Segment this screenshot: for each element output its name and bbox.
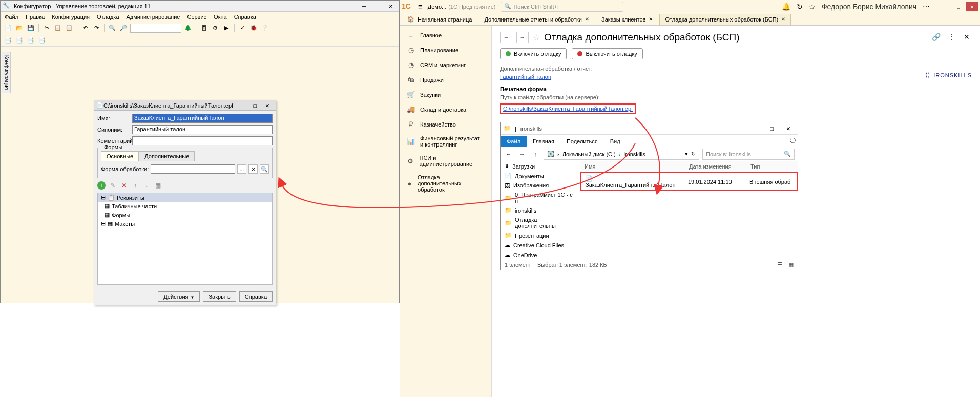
help-button[interactable]: Справка — [239, 291, 273, 302]
history-icon[interactable]: ↻ — [797, 3, 803, 11]
menu-icon[interactable]: ⋯ — [923, 3, 930, 11]
debug-icon[interactable]: 🐞 — [249, 24, 258, 33]
tree-row-forms[interactable]: ▦Формы — [98, 211, 272, 219]
exp-help-icon[interactable]: ⓘ — [788, 135, 798, 147]
tab-orders[interactable]: Заказы клиентов✕ — [596, 14, 658, 25]
menu-edit[interactable]: Правка — [26, 14, 45, 20]
explorer-search[interactable]: Поиск в: ironskills 🔍 — [702, 149, 795, 160]
col-date[interactable]: Дата изменения — [685, 161, 746, 172]
copy-icon[interactable]: 📋 — [53, 24, 62, 33]
menu-admin[interactable]: Администрирование — [127, 14, 180, 20]
tab-home[interactable]: 🏠Начальная страница — [402, 13, 477, 25]
sidebar-item-main[interactable]: ≡Главное — [400, 28, 491, 43]
exp-tab-share[interactable]: Поделиться — [560, 136, 604, 147]
exp-tree-cc[interactable]: ☁Creative Cloud Files — [501, 240, 580, 250]
handler-link[interactable]: Гарантийный талон — [500, 74, 551, 80]
sidebar-item-nsi[interactable]: ⚙НСИ и администрирование — [400, 151, 491, 171]
exp-min-button[interactable]: — — [749, 124, 762, 133]
exp-back-icon[interactable]: ← — [504, 149, 514, 159]
maximize-button[interactable]: ☐ — [371, 2, 384, 11]
comment-input[interactable] — [132, 136, 273, 145]
enable-debug-button[interactable]: Включить отладку — [500, 48, 567, 59]
redo-icon[interactable]: ↷ — [92, 24, 101, 33]
exp-tree-docs[interactable]: 📄Документы — [501, 171, 580, 181]
burger-icon[interactable]: ≡ — [418, 2, 423, 11]
open-icon[interactable]: 📂 — [15, 24, 24, 33]
new-icon[interactable]: 📄 — [4, 24, 13, 33]
close-button[interactable]: ✕ — [385, 2, 397, 11]
global-search[interactable]: 🔍 Поиск Ctrl+Shift+F — [501, 2, 623, 12]
tab-debug[interactable]: Отладка дополнительных обработок (БСП)✕ — [659, 14, 791, 25]
app-max-button[interactable]: ☐ — [952, 2, 965, 11]
sidebar-item-warehouse[interactable]: 🚚Склад и доставка — [400, 102, 491, 117]
app-close-button[interactable]: ✕ — [966, 2, 978, 11]
sidebar-item-debug[interactable]: ●Отладка дополнительных обработок — [400, 171, 491, 196]
delete-icon[interactable]: ✕ — [120, 181, 128, 190]
sidebar-item-treasury[interactable]: ₽Казначейство — [400, 117, 491, 132]
find-icon[interactable]: 🔍 — [108, 24, 117, 33]
exp-tree-present[interactable]: 📁Презентации — [501, 231, 580, 240]
db-icon[interactable]: 🗄 — [199, 24, 208, 33]
user-name[interactable]: Федоров Борис Михайлович — [822, 3, 916, 11]
menu-service[interactable]: Сервис — [187, 14, 206, 20]
tab-close-icon[interactable]: ✕ — [649, 16, 653, 22]
tab-close-icon[interactable]: ✕ — [585, 16, 589, 22]
tab-close-icon[interactable]: ✕ — [781, 16, 785, 22]
exp-up-icon[interactable]: ↑ — [530, 149, 540, 159]
app-min-button[interactable]: _ — [939, 2, 951, 11]
tree-row-templates[interactable]: ⊞▦Макеты — [98, 219, 272, 228]
dlg-close-button[interactable]: ✕ — [261, 101, 274, 110]
exp-tree-debug[interactable]: 📁Отладка дополнительны — [501, 215, 580, 231]
menu-windows[interactable]: Окна — [214, 14, 227, 20]
form-clear-button[interactable]: ✕ — [248, 164, 258, 174]
edit-icon[interactable]: ✎ — [109, 181, 117, 190]
synonym-input[interactable]: Гарантийный талон — [132, 125, 273, 134]
dlg-max-button[interactable]: ☐ — [249, 101, 261, 110]
down-icon[interactable]: ↓ — [142, 181, 151, 190]
tab-main[interactable]: Основные — [101, 151, 139, 161]
cfg-icon[interactable]: ⚙ — [211, 24, 220, 33]
close-button2[interactable]: Закрыть — [203, 291, 236, 302]
nav-fwd-button[interactable]: → — [516, 32, 529, 43]
add-icon[interactable]: + — [97, 181, 106, 190]
tb2d-icon[interactable]: 📑 — [37, 36, 47, 45]
exp-tree-ironskills[interactable]: 📁ironskills — [501, 205, 580, 215]
up-icon[interactable]: ↑ — [131, 181, 139, 190]
exp-fwd-icon[interactable]: → — [517, 149, 527, 159]
tree[interactable]: ⊟📋Реквизиты ▦Табличные части ▦Формы ⊞▦Ма… — [97, 193, 273, 285]
exp-max-button[interactable]: ☐ — [766, 124, 778, 133]
exp-close-button[interactable]: ✕ — [782, 124, 795, 133]
sidebar-item-sales[interactable]: 🛍Продажи — [400, 72, 491, 87]
exp-tree-prog[interactable]: 📁0_Программист 1С - с н — [501, 190, 580, 205]
crumb-drive[interactable]: Локальный диск (C:) — [562, 151, 616, 157]
view-large-icon[interactable]: ▦ — [788, 261, 794, 268]
config-vtab[interactable]: Конфигурация — [2, 52, 11, 93]
tree-icon[interactable]: 🌲 — [183, 24, 193, 33]
bell-icon[interactable]: 🔔 — [782, 3, 790, 11]
content-close-icon[interactable]: ✕ — [962, 32, 972, 42]
help-icon[interactable]: ❔ — [260, 24, 269, 33]
tab-additional[interactable]: Дополнительные — [139, 151, 195, 161]
minimize-button[interactable]: — — [358, 2, 370, 11]
fav-icon[interactable]: ☆ — [533, 33, 540, 43]
sidebar-item-finance[interactable]: 📊Финансовый результат и контроллинг — [400, 132, 491, 151]
cut-icon[interactable]: ✂ — [42, 24, 51, 33]
actions-button[interactable]: Действия▼ — [158, 291, 200, 302]
star-icon[interactable]: ☆ — [809, 3, 816, 11]
tb2c-icon[interactable]: 📑 — [26, 36, 35, 45]
form-input[interactable] — [151, 164, 235, 174]
undo-icon[interactable]: ↶ — [80, 24, 90, 33]
tb2b-icon[interactable]: 📑 — [15, 36, 24, 45]
sidebar-item-purchase[interactable]: 🛒Закупки — [400, 87, 491, 102]
syntax-icon[interactable]: ✓ — [238, 24, 247, 33]
disable-debug-button[interactable]: Выключить отладку — [572, 48, 642, 59]
crumb-dd-icon[interactable]: ▾ — [685, 151, 688, 157]
run-icon[interactable]: ▶ — [222, 24, 231, 33]
name-input[interactable]: ЗаказКлиента_ГарантийныйТалон — [132, 114, 273, 123]
exp-tab-view[interactable]: Вид — [604, 136, 627, 147]
tree-row-requisites[interactable]: ⊟📋Реквизиты — [98, 193, 272, 202]
exp-tree-onedrive[interactable]: ☁OneDrive — [501, 250, 580, 259]
search-combo[interactable] — [130, 24, 181, 33]
exp-tab-home[interactable]: Главная — [527, 136, 560, 147]
nav-back-button[interactable]: ← — [500, 32, 512, 43]
